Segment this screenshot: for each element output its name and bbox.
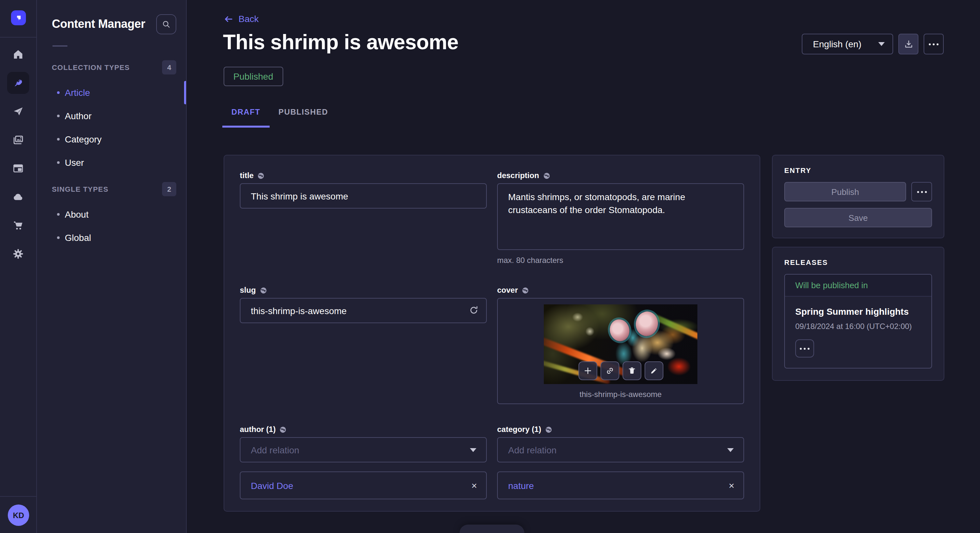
home-icon — [12, 49, 24, 60]
save-button[interactable]: Save — [784, 208, 932, 227]
sidebar-item-global[interactable]: Global — [37, 226, 186, 249]
author-relation-combobox[interactable]: Add relation — [240, 437, 487, 462]
locale-value: English (en) — [813, 39, 861, 49]
sidebar-item-about[interactable]: About — [37, 203, 186, 226]
section-label-single-types: SINGLE TYPES — [52, 185, 108, 193]
main-nav-rail: KD — [0, 0, 37, 533]
description-field-label: description — [497, 171, 539, 180]
nav-home-button[interactable] — [7, 43, 29, 65]
sidebar-item-category[interactable]: Category — [37, 128, 186, 151]
tab-published[interactable]: PUBLISHED — [269, 104, 337, 128]
chevron-down-icon — [470, 448, 476, 452]
sidebar-item-label: User — [65, 157, 84, 168]
arrow-left-icon — [224, 14, 233, 24]
locale-select[interactable]: English (en) — [802, 34, 893, 54]
entry-form-card: title description — [224, 155, 760, 512]
cover-image[interactable] — [544, 305, 697, 384]
nav-deploy-button[interactable] — [7, 100, 29, 122]
publish-button[interactable]: Publish — [784, 182, 906, 201]
sidebar-item-label: About — [65, 209, 89, 219]
sidebar-item-user[interactable]: User — [37, 151, 186, 174]
remove-relation-button[interactable]: × — [471, 481, 477, 490]
release-name: Spring Summer highlights — [795, 306, 921, 317]
nav-content-type-builder-button[interactable] — [7, 157, 29, 179]
more-actions-button[interactable] — [924, 34, 944, 54]
description-field: description Mantis shrimps, or stomatopo… — [497, 171, 744, 265]
bullet-icon — [57, 115, 60, 117]
author-relation-item: David Doe × — [240, 471, 487, 499]
cover-asset-box: this-shrimp-is-awesome — [497, 298, 744, 404]
bullet-icon — [57, 236, 60, 239]
regenerate-slug-button[interactable] — [469, 306, 478, 315]
sidebar-item-label: Article — [65, 87, 90, 98]
globe-icon — [543, 172, 550, 179]
chevron-down-icon — [727, 448, 734, 452]
description-hint: max. 80 characters — [497, 256, 744, 265]
user-avatar[interactable]: KD — [8, 504, 29, 526]
nav-content-manager-button[interactable] — [7, 72, 29, 94]
description-textarea[interactable]: Mantis shrimps, or stomatopods, are mari… — [497, 183, 744, 250]
slug-field-label: slug — [240, 286, 256, 295]
title-input[interactable] — [240, 183, 487, 209]
entry-more-button[interactable] — [911, 182, 932, 201]
tab-draft[interactable]: DRAFT — [222, 104, 269, 128]
category-relation-item: nature × — [497, 471, 744, 499]
nav-media-library-button[interactable] — [7, 129, 29, 151]
slug-field: slug — [240, 286, 487, 404]
combobox-placeholder: Add relation — [508, 444, 557, 455]
section-label-collection-types: COLLECTION TYPES — [52, 63, 130, 71]
page-title: This shrimp is awesome — [223, 30, 458, 54]
release-card: Will be published in Spring Summer highl… — [784, 274, 932, 368]
collection-types-count-badge: 4 — [162, 60, 176, 75]
copy-link-button[interactable] — [600, 362, 619, 380]
relation-link[interactable]: David Doe — [251, 480, 293, 490]
ellipsis-icon — [917, 191, 926, 193]
delete-asset-button[interactable] — [622, 362, 641, 380]
releases-panel: RELEASES Will be published in Spring Sum… — [772, 247, 944, 381]
avatar-initials: KD — [13, 511, 24, 520]
add-asset-button[interactable] — [578, 362, 597, 380]
ellipsis-icon — [929, 43, 939, 45]
paper-plane-icon — [12, 106, 24, 117]
search-button[interactable] — [156, 14, 176, 34]
slug-input[interactable] — [240, 298, 487, 323]
sidebar-item-article[interactable]: Article — [37, 81, 186, 104]
entry-panel-title: ENTRY — [784, 167, 932, 174]
globe-icon — [259, 287, 267, 294]
nav-settings-button[interactable] — [7, 243, 29, 265]
release-status: Will be published in — [785, 274, 931, 297]
cloud-icon — [12, 191, 24, 203]
relation-link[interactable]: nature — [508, 480, 534, 490]
bullet-icon — [57, 138, 60, 141]
cover-actions-toolbar — [578, 362, 663, 380]
category-field-label: category (1) — [497, 425, 541, 434]
author-field-label: author (1) — [240, 425, 276, 434]
back-link[interactable]: Back — [224, 14, 259, 24]
search-icon — [161, 19, 171, 29]
release-more-button[interactable] — [795, 339, 814, 357]
feather-icon — [12, 77, 24, 89]
version-tabs: DRAFT PUBLISHED — [222, 104, 337, 128]
export-button[interactable] — [898, 34, 918, 54]
nav-marketplace-button[interactable] — [7, 214, 29, 236]
sidebar-item-author[interactable]: Author — [37, 104, 186, 128]
edit-asset-button[interactable] — [644, 362, 663, 380]
bullet-icon — [57, 161, 60, 164]
pencil-icon — [649, 366, 658, 375]
category-relation-combobox[interactable]: Add relation — [497, 437, 744, 462]
refresh-icon — [469, 306, 478, 315]
releases-panel-title: RELEASES — [784, 259, 932, 266]
pictures-icon — [12, 134, 24, 146]
remove-relation-button[interactable]: × — [729, 481, 734, 490]
title-field: title — [240, 171, 487, 265]
layout-icon — [12, 163, 24, 174]
cover-filename: this-shrimp-is-awesome — [579, 390, 662, 399]
bottom-floating-pill[interactable] — [460, 525, 524, 533]
strapi-logo-icon — [14, 13, 23, 23]
bullet-icon — [57, 91, 60, 94]
chevron-down-icon — [878, 42, 885, 46]
combobox-placeholder: Add relation — [251, 444, 299, 455]
release-date: 09/18/2024 at 16:00 (UTC+02:00) — [795, 322, 921, 331]
strapi-logo[interactable] — [11, 10, 26, 25]
nav-cloud-button[interactable] — [7, 186, 29, 208]
